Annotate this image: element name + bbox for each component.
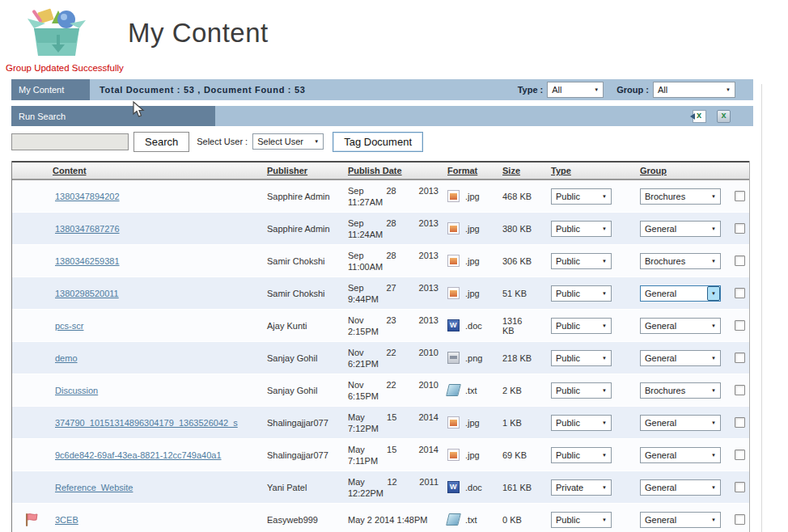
type-filter-select[interactable]: All [547,82,604,98]
content-link[interactable]: 1380346259381 [53,256,120,266]
content-link[interactable]: 1380347687276 [53,224,120,234]
select-user-select[interactable]: Select User [252,133,324,150]
row-checkbox[interactable] [735,385,745,395]
publish-date-cell: Sep 27 2013 9:44PM [344,283,441,304]
content-link[interactable]: Reference_Website [53,483,133,492]
date-day: 28 [386,186,396,196]
group-select[interactable]: General [640,447,721,463]
date-month: Nov [348,380,364,390]
header-size[interactable]: Size [496,166,544,175]
date-time: 7:11PM [348,456,438,466]
row-checkbox[interactable] [735,417,745,428]
row-checkbox[interactable] [735,514,745,525]
type-value: Public [556,321,580,331]
type-select[interactable]: Public [551,447,612,463]
format-label: .png [465,353,482,363]
content-link[interactable]: 374790_10151314896304179_1363526042_s [53,418,238,428]
format-label: .jpg [465,256,480,266]
date-year: 2011 [419,477,438,487]
size-cell: 468 KB [496,192,544,201]
date-year: 2013 [419,186,438,196]
group-select[interactable]: General [640,350,721,366]
publish-date-cell: May 12 2011 12:22PM [344,477,441,498]
search-button[interactable]: Search [133,132,189,152]
header-format[interactable]: Format [441,166,496,175]
content-link[interactable]: demo [53,353,78,363]
type-select[interactable]: Public [551,512,612,528]
group-select[interactable]: General [640,221,721,237]
type-select[interactable]: Private [551,479,612,496]
table-row: 374790_10151314896304179_1363526042_s Sh… [12,407,749,439]
table-row: 9c6de842-69af-43ea-8821-12cc749a40a1 Sha… [12,439,749,471]
select-user-value: Select User [257,137,303,146]
header-publisher[interactable]: Publisher [263,166,344,175]
row-checkbox[interactable] [735,353,745,363]
row-checkbox[interactable] [735,320,745,331]
content-link[interactable]: 1380347894202 [53,192,120,201]
type-value: Public [556,224,580,234]
group-select[interactable]: Brochures [640,188,721,205]
type-select[interactable]: Public [551,415,612,431]
type-select[interactable]: Public [551,285,612,302]
chevron-down-icon [707,448,720,462]
table-row: pcs-scr Ajay Kunti Nov 23 2013 2:15PM .d… [12,310,749,342]
type-select[interactable]: Public [551,253,612,269]
table-header-row: Content Publisher Publish Date Format Si… [12,161,749,180]
content-link[interactable]: 1380298520011 [53,289,119,298]
txt-file-icon [446,384,461,396]
type-select[interactable]: Public [551,188,612,205]
excel-icon[interactable] [717,110,731,123]
row-checkbox[interactable] [735,191,745,201]
type-select[interactable]: Public [551,318,612,334]
group-select[interactable]: Brochures [640,382,721,399]
group-select[interactable]: General [640,285,721,302]
header-type[interactable]: Type [544,166,629,175]
row-checkbox[interactable] [735,255,745,266]
chevron-down-icon [598,383,611,398]
chevron-down-icon [707,189,720,204]
content-container: My Content Total Document : 53 , Documen… [11,79,761,532]
row-checkbox[interactable] [735,450,745,460]
row-checkbox[interactable] [735,482,745,492]
chevron-down-icon [598,319,611,333]
publisher-cell: Samir Chokshi [263,289,344,298]
table-row: 1380347894202 Sapphire Admin Sep 28 2013… [12,180,749,213]
search-input[interactable] [11,133,129,150]
export-to-excel-icon[interactable] [693,110,706,123]
type-select[interactable]: Public [551,350,612,366]
chevron-down-icon [590,82,603,97]
format-label: .jpg [465,224,480,234]
size-cell: 0 KB [496,515,544,525]
group-select[interactable]: General [640,415,721,431]
header-content[interactable]: Content [49,166,263,175]
tab-my-content[interactable]: My Content [11,79,90,100]
type-select[interactable]: Public [551,382,612,399]
content-link[interactable]: 3CEB [53,515,78,525]
row-checkbox[interactable] [735,223,745,234]
status-message: Group Updated Successfully [6,63,788,73]
content-link[interactable]: pcs-scr [53,321,83,331]
date-time: 7:12PM [348,424,438,433]
group-value: General [645,450,676,460]
header-group[interactable]: Group [629,166,725,175]
content-box-icon [28,7,86,59]
content-link[interactable]: Discussion [53,386,98,395]
tag-document-button[interactable]: Tag Document [333,132,423,152]
summary-bar: My Content Total Document : 53 , Documen… [11,79,753,100]
group-filter-select[interactable]: All [653,82,735,98]
group-select[interactable]: Brochures [640,253,721,269]
type-select[interactable]: Public [551,221,612,237]
chevron-down-icon [598,416,611,430]
publisher-cell: Shalingajjar077 [263,418,344,428]
group-select[interactable]: General [640,479,721,496]
row-checkbox[interactable] [735,288,745,298]
group-value: General [645,289,676,298]
table-row: 1380347687276 Sapphire Admin Sep 28 2013… [12,213,749,245]
doc-file-icon [447,319,460,331]
content-link[interactable]: 9c6de842-69af-43ea-8821-12cc749a40a1 [53,450,222,460]
group-select[interactable]: General [640,512,721,528]
header-publish-date[interactable]: Publish Date [344,166,441,175]
group-select[interactable]: General [640,318,721,334]
group-filter-label: Group : [616,85,649,95]
document-table: Content Publisher Publish Date Format Si… [11,161,750,532]
